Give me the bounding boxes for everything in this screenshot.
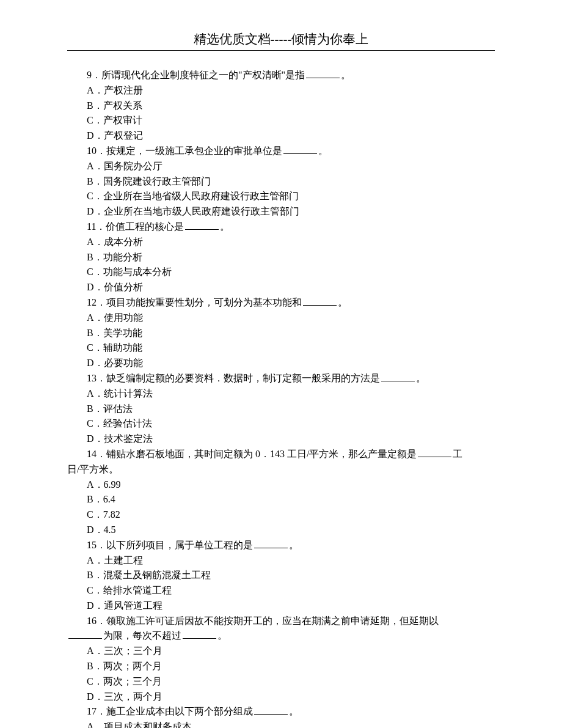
blank (381, 372, 415, 381)
question-16-line2: 为限，每次不超过。 (67, 628, 495, 644)
header-rule (67, 50, 495, 51)
question-12: 12．项目功能按重要性划分，可划分为基本功能和。 (67, 295, 495, 311)
q-num: 9． (87, 70, 101, 80)
blank (303, 296, 337, 306)
question-14-line2: 日/平方米。 (67, 462, 495, 477)
option-c: C．给排水管道工程 (67, 583, 495, 598)
q-tail: 。 (289, 706, 299, 716)
q-text: 缺乏编制定额的必要资料．数据时，制订定额一般采用的方法是 (106, 373, 380, 383)
question-13: 13．缺乏编制定额的必要资料．数据时，制订定额一般采用的方法是。 (67, 371, 495, 386)
option-b: B．功能分析 (67, 250, 495, 265)
q-tail: 。 (220, 221, 230, 232)
option-d: D．价值分析 (67, 280, 495, 295)
option-c: C．经验估计法 (67, 416, 495, 432)
q-text: 价值工程的核心是 (106, 221, 184, 232)
option-b: B．评估法 (67, 402, 495, 417)
option-a: A．三次；三个月 (67, 644, 495, 659)
q-text: 领取施工许可证后因故不能按期开工的，应当在期满之前申请延期，但延期以 (106, 616, 439, 626)
option-c: C．企业所在当地省级人民政府建设行政主管部门 (67, 189, 495, 204)
question-16-line1: 16．领取施工许可证后因故不能按期开工的，应当在期满之前申请延期，但延期以 (67, 614, 495, 629)
option-a: A．土建工程 (67, 553, 495, 568)
option-c: C．两次；三个月 (67, 674, 495, 689)
option-b: B．混凝土及钢筋混凝土工程 (67, 568, 495, 583)
q-tail: 工 (453, 449, 462, 459)
option-c: C．功能与成本分析 (67, 265, 495, 280)
question-15: 15．以下所列项目，属于单位工程的是。 (67, 538, 495, 553)
q-text: 以下所列项目，属于单位工程的是 (106, 540, 253, 550)
q-tail: 。 (289, 540, 299, 550)
option-a: A．国务院办公厅 (67, 159, 495, 174)
option-b: B．国务院建设行政主管部门 (67, 174, 495, 189)
option-b: B．美学功能 (67, 326, 495, 341)
option-c: C．辅助功能 (67, 340, 495, 356)
question-9: 9．所谓现代化企业制度特征之一的"产权清晰"是指。 (67, 68, 495, 83)
option-a: A．6.99 (67, 477, 495, 493)
q-num: 12． (87, 297, 106, 307)
blank (254, 706, 288, 715)
q-text: 铺贴水磨石板地面，其时间定额为 0．143 工日/平方米，那么产量定额是 (106, 449, 417, 459)
q-num: 16． (87, 616, 106, 626)
q-num: 14． (87, 449, 106, 459)
q-tail: 。 (338, 297, 348, 307)
q-num: 13． (87, 373, 106, 383)
q-tail: 。 (318, 145, 328, 156)
page-header: 精选优质文档-----倾情为你奉上 (67, 31, 495, 48)
q-num: 10． (87, 145, 106, 156)
blank (254, 539, 288, 548)
q-num: 17． (87, 706, 106, 716)
option-c: C．产权审计 (67, 113, 495, 128)
q-num: 15． (87, 540, 106, 550)
q-text: 施工企业成本由以下两个部分组成 (106, 706, 253, 716)
document-content: 9．所谓现代化企业制度特征之一的"产权清晰"是指。 A．产权注册 B．产权关系 … (67, 68, 495, 728)
blank (183, 630, 216, 639)
option-b: B．6.4 (67, 492, 495, 507)
blank (418, 448, 451, 457)
q-text: 所谓现代化企业制度特征之一的"产权清晰"是指 (101, 70, 305, 80)
q-num: 11． (87, 221, 106, 232)
option-d: D．三次，两个月 (67, 689, 495, 705)
option-a: A．统计计算法 (67, 386, 495, 402)
question-11: 11．价值工程的核心是。 (67, 219, 495, 235)
option-d: D．产权登记 (67, 128, 495, 144)
option-a: A．使用功能 (67, 311, 495, 326)
question-10: 10．按规定，一级施工承包企业的审批单位是。 (67, 144, 495, 159)
q-tail: 。 (416, 373, 426, 383)
option-d: D．通风管道工程 (67, 598, 495, 614)
option-a: A．产权注册 (67, 83, 495, 98)
option-a: A．项目成本和财务成本 (67, 719, 495, 728)
option-c: C．7.82 (67, 507, 495, 523)
option-d: D．4.5 (67, 523, 495, 538)
blank (68, 630, 102, 639)
question-17: 17．施工企业成本由以下两个部分组成。 (67, 704, 495, 719)
option-d: D．技术鉴定法 (67, 432, 495, 447)
option-b: B．两次；两个月 (67, 659, 495, 674)
option-b: B．产权关系 (67, 98, 495, 114)
option-a: A．成本分析 (67, 235, 495, 250)
q-tail: 。 (341, 70, 351, 80)
option-d: D．企业所在当地市级人民政府建设行政主管部门 (67, 204, 495, 219)
blank (185, 221, 219, 230)
option-d: D．必要功能 (67, 356, 495, 371)
q-text: 项目功能按重要性划分，可划分为基本功能和 (106, 297, 302, 307)
blank (283, 145, 317, 154)
question-14-line1: 14．铺贴水磨石板地面，其时间定额为 0．143 工日/平方米，那么产量定额是工 (67, 447, 495, 462)
q-text: 按规定，一级施工承包企业的审批单位是 (106, 145, 282, 156)
blank (306, 69, 340, 78)
